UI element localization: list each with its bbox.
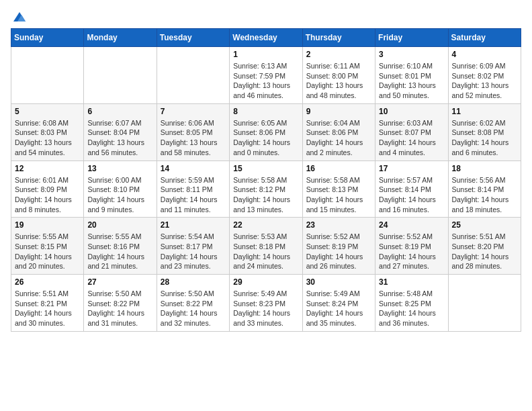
day-number: 12 xyxy=(15,164,80,173)
day-info: Sunrise: 5:55 AMSunset: 8:15 PMDaylight:… xyxy=(15,232,80,271)
calendar-cell: 16Sunrise: 5:58 AMSunset: 8:13 PMDayligh… xyxy=(302,161,375,218)
calendar-cell: 27Sunrise: 5:50 AMSunset: 8:22 PMDayligh… xyxy=(84,275,157,332)
weekday-header-row: SundayMondayTuesdayWednesdayThursdayFrid… xyxy=(11,29,521,47)
calendar-week-2: 5Sunrise: 6:08 AMSunset: 8:03 PMDaylight… xyxy=(11,103,521,161)
calendar-cell: 30Sunrise: 5:49 AMSunset: 8:24 PMDayligh… xyxy=(302,275,375,332)
calendar-week-5: 26Sunrise: 5:51 AMSunset: 8:21 PMDayligh… xyxy=(11,275,521,332)
day-info: Sunrise: 5:48 AMSunset: 8:25 PMDaylight:… xyxy=(379,289,444,328)
day-info: Sunrise: 6:04 AMSunset: 8:06 PMDaylight:… xyxy=(306,118,371,158)
day-info: Sunrise: 6:01 AMSunset: 8:09 PMDaylight:… xyxy=(15,175,80,215)
calendar-cell: 10Sunrise: 6:03 AMSunset: 8:07 PMDayligh… xyxy=(375,103,448,161)
day-info: Sunrise: 5:57 AMSunset: 8:14 PMDaylight:… xyxy=(379,175,444,215)
calendar-cell: 17Sunrise: 5:57 AMSunset: 8:14 PMDayligh… xyxy=(375,161,448,218)
weekday-wednesday: Wednesday xyxy=(230,29,302,47)
day-info: Sunrise: 6:06 AMSunset: 8:05 PMDaylight:… xyxy=(161,118,226,158)
day-info: Sunrise: 5:53 AMSunset: 8:18 PMDaylight:… xyxy=(233,232,298,271)
day-number: 7 xyxy=(161,107,226,116)
calendar-header: SundayMondayTuesdayWednesdayThursdayFrid… xyxy=(11,29,521,47)
calendar-cell: 12Sunrise: 6:01 AMSunset: 8:09 PMDayligh… xyxy=(11,161,84,218)
calendar-cell: 18Sunrise: 5:56 AMSunset: 8:14 PMDayligh… xyxy=(448,161,521,218)
day-number: 25 xyxy=(452,220,517,230)
day-info: Sunrise: 5:54 AMSunset: 8:17 PMDaylight:… xyxy=(161,232,226,271)
calendar-cell: 29Sunrise: 5:49 AMSunset: 8:23 PMDayligh… xyxy=(230,275,302,332)
weekday-tuesday: Tuesday xyxy=(157,29,229,47)
day-info: Sunrise: 6:10 AMSunset: 8:01 PMDaylight:… xyxy=(379,61,444,101)
calendar-cell: 5Sunrise: 6:08 AMSunset: 8:03 PMDaylight… xyxy=(11,103,84,161)
calendar: SundayMondayTuesdayWednesdayThursdayFrid… xyxy=(11,28,521,332)
calendar-cell: 8Sunrise: 6:05 AMSunset: 8:06 PMDaylight… xyxy=(230,103,302,161)
calendar-cell: 13Sunrise: 6:00 AMSunset: 8:10 PMDayligh… xyxy=(84,161,157,218)
day-info: Sunrise: 5:58 AMSunset: 8:12 PMDaylight:… xyxy=(233,175,298,215)
day-number: 24 xyxy=(379,220,444,230)
calendar-cell: 14Sunrise: 5:59 AMSunset: 8:11 PMDayligh… xyxy=(157,161,229,218)
day-info: Sunrise: 6:02 AMSunset: 8:08 PMDaylight:… xyxy=(452,118,517,158)
day-info: Sunrise: 5:59 AMSunset: 8:11 PMDaylight:… xyxy=(161,175,226,215)
day-number: 22 xyxy=(233,220,298,230)
day-number: 8 xyxy=(233,107,298,116)
weekday-friday: Friday xyxy=(375,29,448,47)
day-number: 6 xyxy=(87,107,152,116)
day-number: 17 xyxy=(379,164,444,173)
day-info: Sunrise: 6:03 AMSunset: 8:07 PMDaylight:… xyxy=(379,118,444,158)
calendar-cell xyxy=(157,47,229,104)
calendar-cell: 19Sunrise: 5:55 AMSunset: 8:15 PMDayligh… xyxy=(11,218,84,275)
calendar-cell: 22Sunrise: 5:53 AMSunset: 8:18 PMDayligh… xyxy=(230,218,302,275)
day-info: Sunrise: 6:11 AMSunset: 8:00 PMDaylight:… xyxy=(306,61,371,101)
calendar-body: 1Sunrise: 6:13 AMSunset: 7:59 PMDaylight… xyxy=(11,47,521,332)
weekday-monday: Monday xyxy=(84,29,157,47)
header xyxy=(11,11,521,23)
calendar-cell: 24Sunrise: 5:52 AMSunset: 8:19 PMDayligh… xyxy=(375,218,448,275)
logo-icon xyxy=(12,11,27,23)
calendar-cell xyxy=(11,47,84,104)
calendar-cell: 2Sunrise: 6:11 AMSunset: 8:00 PMDaylight… xyxy=(302,47,375,104)
day-number: 9 xyxy=(306,107,371,116)
day-number: 18 xyxy=(452,164,517,173)
day-info: Sunrise: 6:05 AMSunset: 8:06 PMDaylight:… xyxy=(233,118,298,158)
day-info: Sunrise: 6:09 AMSunset: 8:02 PMDaylight:… xyxy=(452,61,517,101)
calendar-week-3: 12Sunrise: 6:01 AMSunset: 8:09 PMDayligh… xyxy=(11,161,521,218)
weekday-saturday: Saturday xyxy=(448,29,521,47)
calendar-cell: 7Sunrise: 6:06 AMSunset: 8:05 PMDaylight… xyxy=(157,103,229,161)
day-number: 29 xyxy=(233,277,298,287)
day-info: Sunrise: 5:56 AMSunset: 8:14 PMDaylight:… xyxy=(452,175,517,215)
calendar-cell: 28Sunrise: 5:50 AMSunset: 8:22 PMDayligh… xyxy=(157,275,229,332)
day-number: 10 xyxy=(379,107,444,116)
calendar-cell: 21Sunrise: 5:54 AMSunset: 8:17 PMDayligh… xyxy=(157,218,229,275)
day-number: 5 xyxy=(15,107,80,116)
day-info: Sunrise: 5:51 AMSunset: 8:21 PMDaylight:… xyxy=(15,289,80,328)
calendar-cell: 31Sunrise: 5:48 AMSunset: 8:25 PMDayligh… xyxy=(375,275,448,332)
calendar-cell: 25Sunrise: 5:51 AMSunset: 8:20 PMDayligh… xyxy=(448,218,521,275)
day-number: 16 xyxy=(306,164,371,173)
calendar-week-4: 19Sunrise: 5:55 AMSunset: 8:15 PMDayligh… xyxy=(11,218,521,275)
calendar-cell xyxy=(84,47,157,104)
day-number: 27 xyxy=(87,277,152,287)
day-number: 14 xyxy=(161,164,226,173)
day-number: 11 xyxy=(452,107,517,116)
day-number: 21 xyxy=(161,220,226,230)
day-info: Sunrise: 5:50 AMSunset: 8:22 PMDaylight:… xyxy=(87,289,152,328)
calendar-cell: 3Sunrise: 6:10 AMSunset: 8:01 PMDaylight… xyxy=(375,47,448,104)
day-number: 31 xyxy=(379,277,444,287)
calendar-cell xyxy=(448,275,521,332)
day-number: 28 xyxy=(161,277,226,287)
day-info: Sunrise: 5:49 AMSunset: 8:23 PMDaylight:… xyxy=(233,289,298,328)
day-info: Sunrise: 6:00 AMSunset: 8:10 PMDaylight:… xyxy=(87,175,152,215)
day-number: 1 xyxy=(233,50,298,59)
day-number: 4 xyxy=(452,50,517,59)
day-number: 30 xyxy=(306,277,371,287)
day-info: Sunrise: 5:52 AMSunset: 8:19 PMDaylight:… xyxy=(306,232,371,271)
day-number: 26 xyxy=(15,277,80,287)
day-info: Sunrise: 5:58 AMSunset: 8:13 PMDaylight:… xyxy=(306,175,371,215)
calendar-cell: 15Sunrise: 5:58 AMSunset: 8:12 PMDayligh… xyxy=(230,161,302,218)
day-number: 19 xyxy=(15,220,80,230)
day-info: Sunrise: 6:07 AMSunset: 8:04 PMDaylight:… xyxy=(87,118,152,158)
day-number: 23 xyxy=(306,220,371,230)
day-number: 2 xyxy=(306,50,371,59)
day-number: 15 xyxy=(233,164,298,173)
calendar-cell: 9Sunrise: 6:04 AMSunset: 8:06 PMDaylight… xyxy=(302,103,375,161)
calendar-week-1: 1Sunrise: 6:13 AMSunset: 7:59 PMDaylight… xyxy=(11,47,521,104)
calendar-cell: 20Sunrise: 5:55 AMSunset: 8:16 PMDayligh… xyxy=(84,218,157,275)
weekday-thursday: Thursday xyxy=(302,29,375,47)
calendar-cell: 26Sunrise: 5:51 AMSunset: 8:21 PMDayligh… xyxy=(11,275,84,332)
day-info: Sunrise: 5:51 AMSunset: 8:20 PMDaylight:… xyxy=(452,232,517,271)
